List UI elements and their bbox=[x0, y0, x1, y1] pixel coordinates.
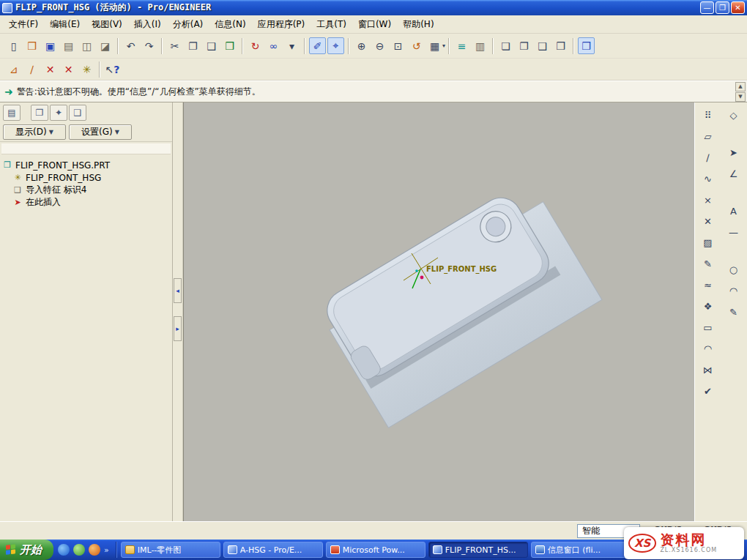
rt-delete-icon[interactable]: ✕ bbox=[699, 213, 716, 230]
ie-icon[interactable] bbox=[58, 544, 70, 556]
panel-splitter[interactable]: ◂ ▸ bbox=[173, 102, 183, 521]
rt-offset-icon[interactable]: — bbox=[725, 224, 742, 241]
tree-item-csys[interactable]: ✳ FLIP_FRONT_HSG bbox=[1, 171, 171, 184]
rt-point-icon[interactable]: × bbox=[699, 192, 716, 209]
saved-views-icon[interactable]: ▦ bbox=[426, 37, 443, 54]
zoom-fit-icon[interactable]: ⊡ bbox=[390, 37, 406, 54]
reorient-view-icon[interactable]: ↺ bbox=[408, 37, 425, 54]
rt-rect2-icon[interactable]: ▭ bbox=[699, 319, 716, 336]
open-file-icon[interactable]: ❒ bbox=[23, 37, 40, 54]
view-manager-icon[interactable]: ▥ bbox=[472, 37, 488, 54]
menu-info[interactable]: 信息(N) bbox=[209, 16, 251, 33]
rt-angle-icon[interactable]: ∠ bbox=[725, 165, 742, 182]
rt-line-icon[interactable]: ∕ bbox=[699, 149, 716, 166]
rt-arrow-icon[interactable]: ➤ bbox=[725, 144, 742, 161]
rt-rectangle-icon[interactable]: ▱ bbox=[699, 128, 716, 145]
rt-done-icon[interactable]: ✔ bbox=[699, 383, 716, 400]
sketch-modify-icon[interactable]: ⊿ bbox=[5, 61, 22, 78]
datum-axis-toggle-icon[interactable]: ❐ bbox=[516, 37, 532, 54]
datum-point-toggle-icon[interactable]: ❑ bbox=[534, 37, 551, 54]
copy-icon[interactable]: ❐ bbox=[185, 37, 201, 54]
sketch-display-toggle-icon[interactable]: ✐ bbox=[309, 37, 326, 54]
task-proe-a-hsg[interactable]: A-HSG - Pro/E... bbox=[223, 542, 323, 558]
collapse-panel-icon[interactable]: ◂ bbox=[174, 278, 182, 303]
rt-circle-icon[interactable]: ○ bbox=[725, 261, 742, 278]
rt-select-icon[interactable]: ⠿ bbox=[699, 107, 716, 124]
menu-view[interactable]: 视图(V) bbox=[86, 16, 128, 33]
menu-applications[interactable]: 应用程序(P) bbox=[252, 16, 311, 33]
help-question-icon: ? bbox=[114, 64, 119, 75]
favorites-tab-icon[interactable]: ✦ bbox=[50, 105, 67, 121]
delete-old-versions-icon[interactable]: ◪ bbox=[97, 37, 114, 54]
menu-analysis[interactable]: 分析(A) bbox=[167, 16, 209, 33]
new-file-icon[interactable]: ▯ bbox=[5, 37, 22, 54]
menu-tools[interactable]: 工具(T) bbox=[311, 16, 352, 33]
context-help-icon[interactable]: ↖? bbox=[104, 61, 121, 78]
connections-tab-icon[interactable]: ❑ bbox=[69, 105, 86, 121]
undo-icon[interactable]: ↶ bbox=[122, 37, 139, 54]
start-button[interactable]: 开始 bbox=[0, 540, 53, 560]
tree-item-import-feature[interactable]: ❑ 导入特征 标识4 bbox=[1, 184, 171, 196]
sketch-delete-segment-icon[interactable]: ✕ bbox=[42, 61, 59, 78]
datum-refit-icon[interactable]: ⌖ bbox=[327, 37, 344, 54]
redo-icon[interactable]: ↷ bbox=[141, 37, 157, 54]
saved-views-caret-icon[interactable]: ▾ bbox=[442, 42, 445, 49]
task-info-window[interactable]: 信息窗口 (fli... bbox=[531, 542, 631, 558]
print-icon[interactable]: ▤ bbox=[60, 37, 77, 54]
save-icon[interactable]: ▣ bbox=[42, 37, 59, 54]
tree-item-insert-here[interactable]: ➤ 在此插入 bbox=[1, 196, 171, 209]
graphics-viewport[interactable]: FLIP_FRONT_HSG bbox=[183, 102, 694, 521]
rt-arc-icon[interactable]: ◠ bbox=[699, 340, 716, 357]
menu-edit[interactable]: 编辑(E) bbox=[44, 16, 86, 33]
datum-plane-toggle-icon[interactable]: ❏ bbox=[497, 37, 514, 54]
sketch-delete-vertex-icon[interactable]: ✕ bbox=[60, 61, 77, 78]
quick-launch-more-icon[interactable]: » bbox=[104, 545, 109, 555]
erase-display-icon[interactable]: ◫ bbox=[78, 37, 95, 54]
rt-arc2-icon[interactable]: ◠ bbox=[725, 283, 742, 299]
folder-browser-tab-icon[interactable]: ❐ bbox=[31, 105, 48, 121]
rt-spline-icon[interactable]: ∿ bbox=[699, 171, 716, 187]
csys-toggle-icon[interactable]: ❒ bbox=[552, 37, 569, 54]
rt-sketch-icon[interactable]: ✎ bbox=[699, 255, 716, 272]
paste-special-icon[interactable]: ❒ bbox=[221, 37, 238, 54]
task-folder[interactable]: IML--零件图 bbox=[121, 542, 220, 558]
zoom-in-icon[interactable]: ⊕ bbox=[353, 37, 370, 54]
rt-modify-icon[interactable]: ✎ bbox=[725, 304, 742, 321]
tree-settings-button[interactable]: 设置(G) ▼ bbox=[69, 124, 132, 140]
zoom-out-icon[interactable]: ⊖ bbox=[371, 37, 388, 54]
restore-button[interactable]: ❐ bbox=[716, 1, 729, 14]
sketch-divide-icon[interactable]: ∕ bbox=[23, 61, 40, 78]
browser-icon[interactable] bbox=[89, 544, 100, 556]
message-scroll-up-icon[interactable]: ▲ bbox=[735, 82, 746, 92]
menu-file[interactable]: 文件(F) bbox=[3, 16, 44, 33]
selection-filter-icon[interactable]: ▾ bbox=[283, 37, 300, 54]
menu-window[interactable]: 窗口(W) bbox=[352, 16, 397, 33]
rt-hatch-icon[interactable]: ▨ bbox=[699, 234, 716, 251]
regenerate-icon[interactable]: ↻ bbox=[247, 37, 264, 54]
rt-palette-icon[interactable]: ❖ bbox=[699, 298, 716, 315]
message-scroll-down-icon[interactable]: ▼ bbox=[735, 92, 746, 102]
rt-wave-icon[interactable]: ≈ bbox=[699, 277, 716, 294]
spin-center-toggle-icon[interactable]: ❒ bbox=[578, 37, 595, 54]
cut-icon[interactable]: ✂ bbox=[166, 37, 183, 54]
rt-dimension-icon[interactable]: ◇ bbox=[725, 107, 742, 124]
sketch-mark-icon[interactable]: ✳ bbox=[78, 61, 95, 78]
task-flip-front-hsg[interactable]: FLIP_FRONT_HS... bbox=[428, 542, 528, 558]
expand-panel-icon[interactable]: ▸ bbox=[174, 316, 182, 341]
tree-item-part[interactable]: ❒ FLIP_FRONT_HSG.PRT bbox=[1, 159, 171, 171]
model-tree-tab-icon[interactable]: ▤ bbox=[3, 105, 21, 121]
paste-icon[interactable]: ❑ bbox=[203, 37, 220, 54]
layers-icon[interactable]: ≡ bbox=[453, 37, 470, 54]
rt-text-icon[interactable]: A bbox=[725, 203, 742, 220]
tree-settings-caret-icon: ▼ bbox=[115, 129, 119, 135]
rt-mirror-icon[interactable]: ⋈ bbox=[699, 362, 716, 378]
messenger-icon[interactable] bbox=[73, 544, 85, 556]
search-icon[interactable]: ∞ bbox=[265, 37, 282, 54]
close-button[interactable]: ✕ bbox=[731, 1, 745, 14]
tree-display-button[interactable]: 显示(D) ▼ bbox=[3, 124, 66, 140]
minimize-button[interactable]: — bbox=[700, 1, 714, 14]
menu-insert[interactable]: 插入(I) bbox=[128, 16, 167, 33]
help-arrow-icon: ↖ bbox=[105, 64, 114, 75]
task-powerpoint[interactable]: Microsoft Pow... bbox=[326, 542, 425, 558]
menu-help[interactable]: 帮助(H) bbox=[397, 16, 439, 33]
